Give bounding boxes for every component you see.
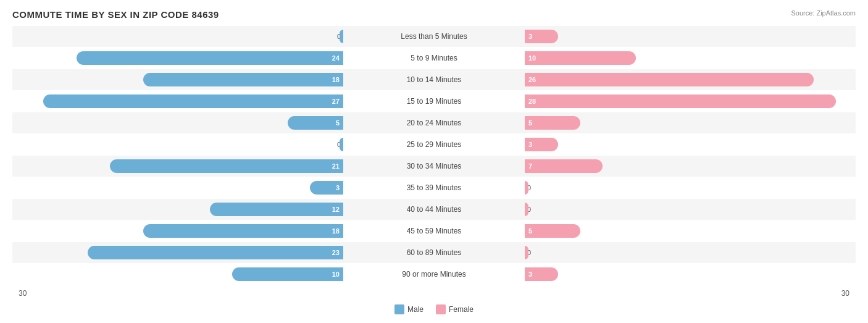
- male-value-label: 27: [332, 98, 340, 105]
- bar-left-side: 24: [12, 48, 346, 69]
- female-bar: 3: [525, 30, 558, 43]
- legend-male: Male: [394, 304, 424, 314]
- male-bar: 10: [232, 267, 343, 281]
- bar-left-side: 0: [12, 134, 346, 155]
- female-value-label: 28: [528, 98, 536, 105]
- bar-row: 1845 to 59 Minutes5: [12, 220, 856, 241]
- bar-right-side: 7: [522, 156, 856, 177]
- bar-center-label: 20 to 24 Minutes: [346, 119, 522, 127]
- bar-right-side: 0: [522, 177, 856, 198]
- bar-row: 520 to 24 Minutes5: [12, 112, 856, 133]
- male-bar: [340, 30, 343, 43]
- bar-row: 025 to 29 Minutes3: [12, 134, 856, 155]
- bar-right-side: 0: [522, 242, 856, 263]
- bar-right-side: 10: [522, 48, 856, 69]
- bar-left-side: 5: [12, 112, 346, 133]
- bar-right-side: 0: [522, 199, 856, 220]
- bar-row: 2715 to 19 Minutes28: [12, 91, 856, 112]
- female-value-label: 3: [528, 141, 532, 148]
- legend-row: Male Female: [12, 304, 856, 314]
- male-bar: 12: [210, 203, 343, 216]
- female-bar: [525, 246, 528, 259]
- female-bar: 3: [525, 138, 558, 151]
- male-bar: 24: [77, 51, 343, 65]
- bar-center-label: Less than 5 Minutes: [346, 32, 522, 41]
- male-value-label: 24: [332, 54, 340, 62]
- source-text: Source: ZipAtlas.com: [791, 9, 856, 17]
- bar-center-label: 25 to 29 Minutes: [346, 140, 522, 149]
- bar-right-side: 3: [522, 134, 856, 155]
- bar-left-side: 18: [12, 220, 346, 241]
- bar-left-side: 23: [12, 242, 346, 263]
- male-value-label: 3: [336, 184, 340, 191]
- bar-right-side: 3: [522, 264, 856, 285]
- bar-right-side: 5: [522, 112, 856, 133]
- bar-row: 2130 to 34 Minutes7: [12, 156, 856, 177]
- legend-female-label: Female: [449, 305, 474, 314]
- bar-center-label: 40 to 44 Minutes: [346, 205, 522, 214]
- bar-center-label: 35 to 39 Minutes: [346, 183, 522, 192]
- axis-left: 30: [12, 289, 348, 298]
- bar-center-label: 30 to 34 Minutes: [346, 162, 522, 170]
- bar-row: 1090 or more Minutes3: [12, 264, 856, 285]
- male-bar: 3: [310, 181, 343, 195]
- male-bar: 23: [88, 246, 343, 259]
- male-bar: 18: [143, 73, 343, 86]
- female-bar: 5: [525, 116, 580, 130]
- bar-right-side: 26: [522, 69, 856, 90]
- male-bar: [340, 138, 343, 151]
- bar-left-side: 27: [12, 91, 346, 112]
- male-bar: 5: [288, 116, 343, 130]
- female-bar: 10: [525, 51, 636, 65]
- bar-row: 2360 to 89 Minutes0: [12, 242, 856, 263]
- bar-row: 1240 to 44 Minutes0: [12, 199, 856, 220]
- female-bar: 26: [525, 73, 814, 86]
- axis-left-label: 30: [19, 289, 27, 298]
- bar-right-side: 3: [522, 26, 856, 47]
- male-value-label: 18: [332, 76, 340, 83]
- bar-center-label: 5 to 9 Minutes: [346, 54, 522, 62]
- bar-left-side: 3: [12, 177, 346, 198]
- bar-left-side: 21: [12, 156, 346, 177]
- female-bar: [525, 203, 528, 216]
- bar-left-side: 18: [12, 69, 346, 90]
- female-bar: 7: [525, 159, 603, 173]
- axis-right: 30: [520, 289, 856, 298]
- bar-center-label: 90 or more Minutes: [346, 270, 522, 279]
- legend-female: Female: [436, 304, 474, 314]
- female-bar: [525, 181, 528, 195]
- male-value-label: 12: [332, 206, 340, 213]
- bar-row: 1810 to 14 Minutes26: [12, 69, 856, 90]
- female-value-label: 5: [528, 119, 532, 127]
- bar-center-label: 10 to 14 Minutes: [346, 75, 522, 84]
- bar-left-side: 10: [12, 264, 346, 285]
- female-value-label: 5: [528, 227, 532, 235]
- bar-left-side: 12: [12, 199, 346, 220]
- male-value-label: 21: [332, 162, 340, 170]
- bar-row: 335 to 39 Minutes0: [12, 177, 856, 198]
- female-value-label: 26: [528, 76, 536, 83]
- legend-male-label: Male: [407, 305, 424, 314]
- chart-title: COMMUTE TIME BY SEX IN ZIP CODE 84639: [12, 9, 219, 20]
- bar-center-label: 45 to 59 Minutes: [346, 227, 522, 235]
- female-value-label: 7: [528, 162, 532, 170]
- chart-container: COMMUTE TIME BY SEX IN ZIP CODE 84639 So…: [0, 0, 868, 323]
- bar-row: 0Less than 5 Minutes3: [12, 26, 856, 47]
- female-bar: 28: [525, 94, 836, 108]
- bar-center-label: 15 to 19 Minutes: [346, 97, 522, 106]
- female-value-label: 3: [528, 271, 532, 278]
- male-value-label: 18: [332, 227, 340, 235]
- male-bar: 18: [143, 224, 343, 238]
- female-bar: 3: [525, 267, 558, 281]
- female-swatch: [436, 304, 446, 314]
- female-value-label: 10: [528, 54, 536, 62]
- bar-row: 245 to 9 Minutes10: [12, 48, 856, 69]
- bar-right-side: 5: [522, 220, 856, 241]
- bar-right-side: 28: [522, 91, 856, 112]
- male-bar: 21: [110, 159, 343, 173]
- title-row: COMMUTE TIME BY SEX IN ZIP CODE 84639 So…: [12, 9, 856, 20]
- axis-row: 30 30: [12, 287, 856, 300]
- male-value-label: 10: [332, 271, 340, 278]
- female-bar: 5: [525, 224, 580, 238]
- bars-area: 0Less than 5 Minutes3245 to 9 Minutes101…: [12, 26, 856, 285]
